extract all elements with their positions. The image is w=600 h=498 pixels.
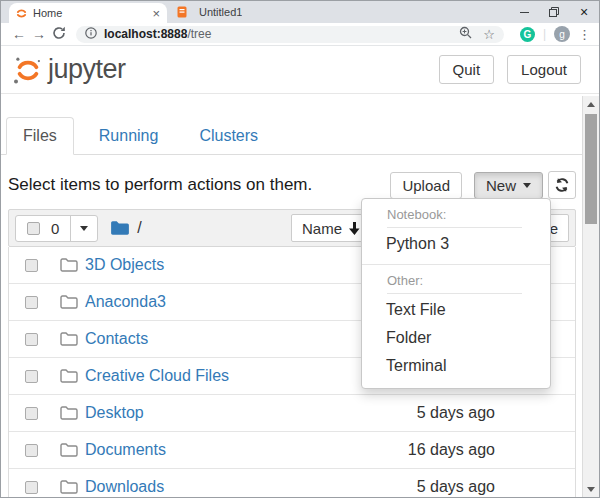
refresh-icon: [554, 177, 570, 193]
restore-button[interactable]: [539, 1, 569, 23]
minimize-button[interactable]: [509, 1, 539, 23]
back-icon[interactable]: ←: [9, 27, 29, 41]
scroll-down-button[interactable]: [583, 481, 599, 497]
file-link[interactable]: 3D Objects: [85, 256, 164, 274]
jupyter-logo[interactable]: jupyter: [11, 55, 126, 85]
url-path: /tree: [187, 27, 211, 41]
browser-extensions: G | g ⋮: [520, 26, 591, 42]
file-link[interactable]: Contacts: [85, 330, 148, 348]
row-checkbox[interactable]: [25, 444, 38, 457]
action-buttons: Upload New: [390, 171, 576, 199]
file-modified: 16 days ago: [408, 441, 495, 459]
file-link[interactable]: Documents: [85, 441, 166, 459]
folder-icon[interactable]: [110, 220, 130, 236]
menu-item-python3[interactable]: Python 3: [362, 230, 550, 258]
jupyter-favicon: [16, 8, 27, 19]
row-checkbox[interactable]: [25, 296, 38, 309]
scrollbar[interactable]: [582, 96, 599, 497]
select-all-button[interactable]: 0: [16, 216, 70, 241]
tab-title: Untitled1: [199, 6, 242, 18]
logout-button[interactable]: Logout: [507, 55, 581, 84]
select-all-checkbox[interactable]: [27, 222, 40, 235]
forward-icon[interactable]: →: [29, 27, 49, 41]
new-dropdown-menu: Notebook: Python 3 Other: Text File Fold…: [361, 198, 551, 389]
file-link[interactable]: Anaconda3: [85, 293, 166, 311]
breadcrumb: /: [110, 219, 141, 237]
caret-down-icon: [523, 183, 531, 188]
sort-name-label: Name: [302, 220, 342, 237]
browser-tab-untitled1[interactable]: Untitled1: [177, 1, 242, 23]
url-text: localhost:8888/tree: [104, 27, 211, 41]
browser-menu-icon[interactable]: ⋮: [578, 27, 591, 42]
file-row: Documents 16 days ago: [9, 432, 575, 469]
separator: |: [543, 27, 546, 41]
file-link[interactable]: Downloads: [85, 478, 164, 496]
browser-tabstrip: Home × Untitled1 ×: [1, 1, 599, 23]
restore-icon: [549, 7, 559, 17]
tab-running[interactable]: Running: [83, 118, 175, 154]
triangle-up-icon: [587, 102, 595, 107]
url-host: localhost:8888: [104, 27, 187, 41]
file-modified: 5 days ago: [417, 404, 495, 422]
sort-by-name-button[interactable]: Name: [291, 214, 371, 242]
row-checkbox[interactable]: [25, 407, 38, 420]
file-row: Downloads 5 days ago: [9, 469, 575, 498]
jupyter-header: jupyter Quit Logout: [1, 46, 599, 94]
breadcrumb-path[interactable]: /: [137, 219, 141, 237]
address-bar[interactable]: localhost:8888/tree ☆: [76, 26, 504, 43]
menu-header-notebook: Notebook:: [387, 205, 522, 228]
file-row: Desktop 5 days ago: [9, 395, 575, 432]
close-window-button[interactable]: ×: [569, 1, 599, 23]
folder-outline-icon: [60, 332, 78, 346]
row-checkbox[interactable]: [25, 259, 38, 272]
main-tabs: Files Running Clusters: [1, 117, 582, 155]
select-items-message: Select items to perform actions on them.: [8, 175, 312, 195]
jupyter-logo-icon: [11, 55, 45, 85]
folder-outline-icon: [60, 406, 78, 420]
refresh-button[interactable]: [548, 171, 576, 199]
grammarly-icon[interactable]: G: [520, 27, 535, 42]
caret-down-icon: [80, 226, 88, 231]
menu-item-text-file[interactable]: Text File: [362, 296, 550, 324]
folder-outline-icon: [60, 258, 78, 272]
row-checkbox[interactable]: [25, 481, 38, 494]
profile-avatar[interactable]: g: [554, 26, 570, 42]
header-buttons: Quit Logout: [439, 55, 589, 84]
tab-clusters[interactable]: Clusters: [183, 118, 274, 154]
scroll-up-button[interactable]: [583, 96, 599, 112]
row-checkbox[interactable]: [25, 333, 38, 346]
browser-tab-home[interactable]: Home ×: [9, 3, 167, 23]
quit-button[interactable]: Quit: [439, 55, 495, 84]
folder-outline-icon: [60, 295, 78, 309]
menu-item-folder[interactable]: Folder: [362, 324, 550, 352]
jupyter-logo-text: jupyter: [48, 56, 126, 85]
minimize-icon: [520, 12, 529, 13]
notebook-favicon: [177, 6, 187, 18]
bookmark-star-icon[interactable]: ☆: [483, 28, 495, 41]
menu-header-other: Other:: [387, 271, 522, 294]
new-dropdown-button[interactable]: New: [474, 172, 543, 199]
info-icon[interactable]: [85, 25, 97, 43]
browser-toolbar: ← → localhost:8888/tree ☆ G | g ⋮: [1, 23, 599, 46]
tab-title: Home: [33, 7, 152, 19]
folder-outline-icon: [60, 480, 78, 494]
tab-files[interactable]: Files: [6, 117, 74, 155]
file-link[interactable]: Desktop: [85, 404, 144, 422]
new-button-label: New: [486, 177, 516, 194]
select-dropdown-button[interactable]: [70, 216, 97, 241]
selected-count: 0: [51, 220, 59, 237]
row-checkbox[interactable]: [25, 370, 38, 383]
scrollbar-thumb[interactable]: [585, 114, 597, 224]
upload-button[interactable]: Upload: [390, 172, 462, 199]
zoom-icon[interactable]: [459, 25, 472, 43]
select-all-button-group: 0: [15, 215, 98, 242]
menu-divider: [362, 264, 550, 265]
file-modified: 5 days ago: [417, 478, 495, 496]
reload-icon[interactable]: [49, 26, 69, 42]
browser-window: Home × Untitled1 × ← → localhost:88: [0, 0, 600, 498]
file-link[interactable]: Creative Cloud Files: [85, 367, 229, 385]
folder-outline-icon: [60, 443, 78, 457]
menu-item-terminal[interactable]: Terminal: [362, 352, 550, 380]
tab-close-icon[interactable]: ×: [152, 7, 160, 20]
window-controls: ×: [509, 1, 599, 23]
